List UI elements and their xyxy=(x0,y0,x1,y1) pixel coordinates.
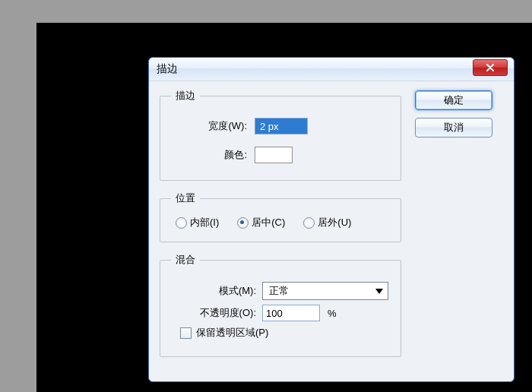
radio-label: 居外(U) xyxy=(318,216,351,229)
stroke-group: 描边 宽度(W): 2 px 颜色: xyxy=(160,89,401,181)
stroke-legend: 描边 xyxy=(171,89,200,103)
mode-value: 正常 xyxy=(269,284,289,298)
chevron-down-icon xyxy=(375,289,383,294)
position-inside-radio[interactable]: 内部(I) xyxy=(176,216,219,229)
blend-legend: 混合 xyxy=(171,253,200,267)
opacity-field[interactable] xyxy=(262,305,320,321)
radio-icon xyxy=(303,217,315,229)
position-group: 位置 内部(I) 居中(C) 居外(U) xyxy=(160,191,401,242)
preserve-label: 保留透明区域(P) xyxy=(196,326,268,340)
position-outside-radio[interactable]: 居外(U) xyxy=(303,216,351,229)
button-label: 确定 xyxy=(444,93,464,107)
cancel-button[interactable]: 取消 xyxy=(415,118,492,138)
radio-label: 内部(I) xyxy=(190,216,219,229)
dialog-titlebar[interactable]: 描边 xyxy=(149,58,514,81)
color-swatch[interactable] xyxy=(255,147,293,163)
stroke-dialog: 描边 描边 宽度(W): 2 px xyxy=(148,57,515,382)
ok-button[interactable]: 确定 xyxy=(415,90,492,110)
close-icon xyxy=(486,64,495,71)
close-button[interactable] xyxy=(473,59,508,76)
position-legend: 位置 xyxy=(171,191,200,205)
opacity-label: 不透明度(O): xyxy=(171,306,256,320)
radio-icon xyxy=(176,217,187,229)
color-label: 颜色: xyxy=(171,148,247,162)
dialog-title: 描边 xyxy=(157,62,178,76)
blend-group: 混合 模式(M): 正常 不透明度(O): % xyxy=(160,253,401,357)
mode-select[interactable]: 正常 xyxy=(262,282,388,300)
opacity-suffix: % xyxy=(328,308,337,319)
width-field[interactable]: 2 px xyxy=(255,118,308,134)
preserve-checkbox[interactable] xyxy=(180,327,192,339)
position-center-radio[interactable]: 居中(C) xyxy=(237,216,285,229)
width-value: 2 px xyxy=(260,121,279,132)
radio-icon xyxy=(237,217,249,229)
radio-label: 居中(C) xyxy=(252,216,285,229)
width-label: 宽度(W): xyxy=(171,119,247,133)
button-label: 取消 xyxy=(444,121,464,134)
mode-label: 模式(M): xyxy=(171,284,256,298)
